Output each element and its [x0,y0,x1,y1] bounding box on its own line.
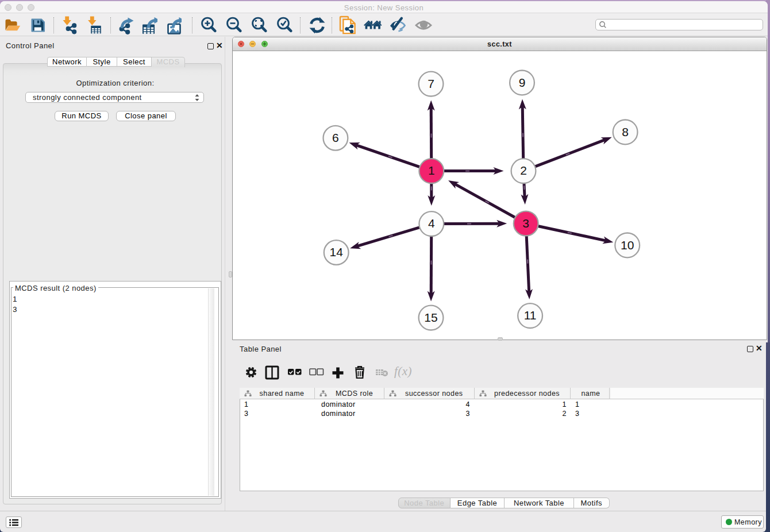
svg-text:14: 14 [330,245,344,259]
svg-text:3: 3 [522,217,529,230]
svg-text:4: 4 [428,217,435,230]
svg-text:8: 8 [622,125,629,138]
svg-text:1: 1 [428,164,435,177]
svg-text:2: 2 [520,164,527,177]
svg-text:7: 7 [428,77,434,90]
svg-text:15: 15 [424,311,437,324]
svg-text:11: 11 [524,309,537,322]
svg-text:6: 6 [332,131,339,144]
svg-text:10: 10 [621,238,634,252]
svg-text:9: 9 [519,76,526,89]
